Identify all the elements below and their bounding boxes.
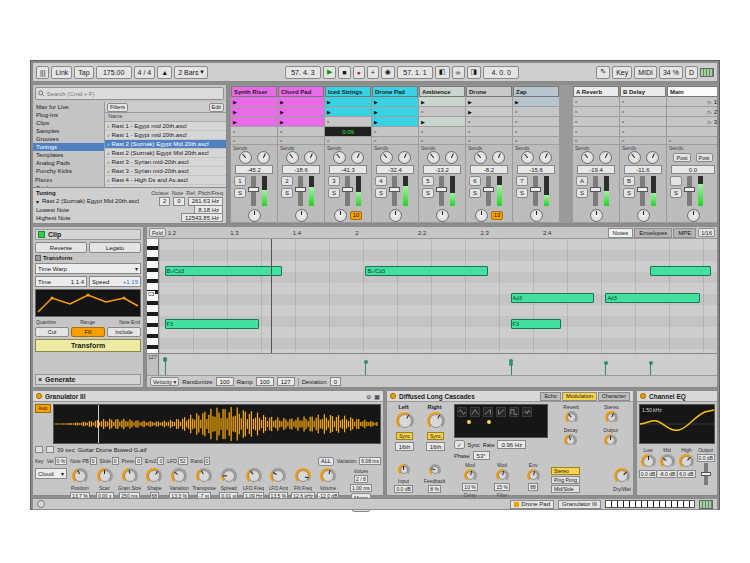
volume-fader[interactable] (687, 176, 692, 206)
solo-button[interactable]: S (422, 188, 434, 198)
track-number[interactable]: 6 (469, 176, 481, 186)
punch-in-icon[interactable]: ◧ (435, 66, 450, 79)
mod-value[interactable]: 0 (204, 457, 211, 465)
mod-cell-value[interactable]: 15 % (494, 483, 509, 491)
track-number[interactable]: 4 (375, 176, 387, 186)
solo-button[interactable]: S (375, 188, 387, 198)
eq-band-value[interactable]: 0.0 dB (639, 470, 657, 478)
mod-cell-value[interactable]: 10 % (462, 483, 477, 491)
solo-button[interactable]: S (234, 188, 246, 198)
clip-stop-row[interactable]: ■ (372, 137, 418, 145)
mod-amount-dial[interactable] (496, 469, 509, 482)
browser-file[interactable]: ♪Rast 3 - Syrian mid-20th.ascl (105, 167, 226, 176)
mode-stereo[interactable]: Stereo (551, 467, 580, 475)
volume-fader[interactable] (345, 176, 350, 206)
transform-apply-button[interactable]: Transform (35, 339, 141, 352)
knob-dial[interactable] (122, 468, 138, 484)
clip-slot[interactable]: ▶ (513, 97, 559, 107)
param-button-fill[interactable]: Fill (71, 327, 105, 337)
tab-mpe[interactable]: MPE (673, 228, 696, 238)
clip-slot[interactable]: ■ (620, 117, 666, 127)
search-input[interactable] (47, 91, 221, 97)
eq-gain-fader[interactable] (704, 463, 708, 485)
clip-slot[interactable]: ■ (419, 107, 465, 117)
clip-slot[interactable]: ■ (419, 127, 465, 137)
solo-button[interactable]: S (516, 188, 528, 198)
deviation-value[interactable]: 0 (330, 377, 341, 386)
track-header[interactable]: Drone (466, 86, 512, 97)
browser-category[interactable]: Samples (33, 127, 104, 135)
fader-handle[interactable] (530, 187, 541, 192)
send-b-knob[interactable] (492, 151, 505, 164)
track-number[interactable]: 3 (328, 176, 340, 186)
clip-stop-row[interactable]: ■ (278, 137, 324, 145)
clip-slot[interactable]: ■ (513, 107, 559, 117)
knob-dial[interactable] (171, 468, 187, 484)
clip-slot[interactable]: ■ (513, 117, 559, 127)
randomize-value[interactable]: 100 (216, 377, 234, 386)
send-a-knob[interactable] (286, 151, 299, 164)
browser-file[interactable]: ♪Rast 3 - Syrian mid-20th.ascl (105, 158, 226, 167)
send-b-knob[interactable] (445, 151, 458, 164)
knob-dial[interactable] (72, 468, 88, 484)
highest-note-value[interactable]: 12543.85 Hz (181, 213, 223, 222)
send-post-toggle[interactable]: Post (696, 153, 713, 162)
midi-note[interactable]: F3 (165, 319, 260, 329)
send-b-knob[interactable] (599, 151, 612, 164)
pan-knob[interactable] (248, 209, 261, 222)
pan-knob[interactable] (530, 209, 543, 222)
browser-category[interactable]: Analog Pads (33, 159, 104, 167)
volume-value[interactable]: -15.6 (517, 165, 555, 174)
send-b-knob[interactable] (257, 151, 270, 164)
solo-button[interactable]: S (469, 188, 481, 198)
send-a-knob[interactable] (427, 151, 440, 164)
mode-pingpong[interactable]: Ping Pong (551, 476, 580, 484)
fader-handle[interactable] (436, 187, 447, 192)
tuning-collapse-icon[interactable]: ▾ (36, 198, 39, 205)
send-post-toggle[interactable]: Post (673, 153, 690, 162)
midi-note[interactable] (650, 266, 711, 276)
eq-band-knob[interactable] (641, 454, 656, 469)
clip-slot[interactable]: ▶ (325, 97, 371, 107)
clip-slot[interactable]: ▶ (278, 117, 324, 127)
fold-device-icon[interactable]: ▣ (374, 393, 380, 400)
mod-waveform-icon[interactable] (522, 407, 532, 417)
velocity-marker[interactable] (511, 364, 512, 375)
mod-waveform-icon[interactable] (496, 407, 506, 417)
volume-fader[interactable] (392, 176, 397, 206)
clip-slot[interactable]: ▶ (231, 97, 277, 107)
clip-stop-row[interactable]: ■ (513, 137, 559, 145)
clip-stop-row[interactable]: ■ (325, 137, 371, 145)
stereo-knob[interactable] (605, 411, 618, 424)
eq-curve-display[interactable]: 1.50 kHz (639, 404, 715, 444)
volume-value[interactable]: -8.2 (470, 165, 508, 174)
mod-value[interactable]: 0 (157, 457, 164, 465)
sample-icon-2[interactable] (46, 446, 54, 453)
track-header[interactable]: A Reverb (573, 86, 619, 97)
right-delay-knob[interactable] (427, 412, 445, 430)
piano-keys[interactable]: C3 (147, 239, 159, 353)
loop-start-field[interactable]: 57. 1. 1 (397, 66, 433, 79)
browser-file[interactable]: ♪Rast 1 - Egypt mid 20th.ascl (105, 131, 226, 140)
volume-fader[interactable] (298, 176, 303, 206)
clip-slot[interactable]: ▶ (231, 107, 277, 117)
voices-value[interactable]: 2 / 8 (354, 475, 368, 483)
midi-note[interactable]: B♭/C♯3 (365, 266, 488, 276)
generate-section-bar[interactable]: × Generate (35, 374, 141, 385)
volume-fader[interactable] (439, 176, 444, 206)
track-header[interactable]: Iced Strings (325, 86, 371, 97)
hotswap-icon[interactable]: ⊙ (366, 393, 371, 400)
pan-knob[interactable] (687, 209, 700, 222)
browser-file[interactable]: ♪Rast 1 - Egypt mid 20th.ascl (105, 122, 226, 131)
mod-value[interactable]: 0 (90, 457, 97, 465)
send-a-knob[interactable] (333, 151, 346, 164)
volume-fader[interactable] (533, 176, 538, 206)
mode-midside[interactable]: Mid/Side (551, 485, 580, 493)
beat-time-ruler[interactable]: 1.21.31.422.22.32.4 (168, 230, 606, 236)
drywet-knob[interactable] (614, 468, 630, 484)
loop-length-field[interactable]: 4. 0. 0 (483, 66, 519, 79)
mod-cell-value[interactable]: 88 (528, 483, 538, 491)
modulation-display[interactable] (454, 404, 548, 438)
tempo-field[interactable]: 175.00 (96, 66, 132, 79)
clip-slot[interactable]: ■ (573, 117, 619, 127)
